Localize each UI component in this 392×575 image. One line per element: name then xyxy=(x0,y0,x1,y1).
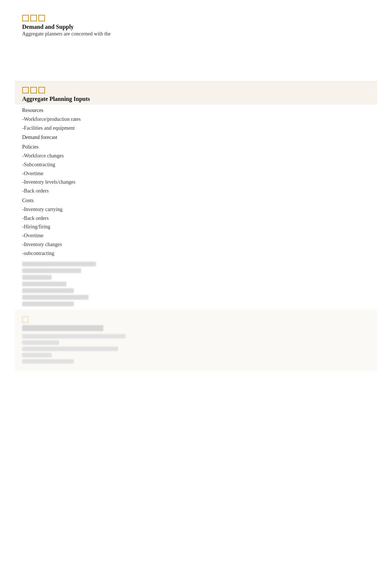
category-policies: Policies xyxy=(22,143,370,152)
top-section: Demand and Supply Aggregate planners are… xyxy=(22,15,370,37)
aggregate-inputs-section: Aggregate Planning Inputs Resources -Wor… xyxy=(22,81,370,371)
blurred-section-2-header xyxy=(15,310,377,371)
icon-square-6 xyxy=(38,87,45,93)
top-section-subtitle: Aggregate planners are concerned with th… xyxy=(22,31,370,37)
icon-square-4 xyxy=(22,87,29,93)
item-inventory-changes: -Inventory changes xyxy=(22,240,370,249)
item-workforce-production: -Workforce/production rates xyxy=(22,115,370,124)
item-inventory-levels: -Inventory levels/changes xyxy=(22,178,370,187)
item-subcontracting: -Subcontracting xyxy=(22,160,370,169)
item-workforce-changes: -Workforce changes xyxy=(22,152,370,160)
item-back-orders-2: -Back orders xyxy=(22,214,370,223)
item-overtime: -Overtime xyxy=(22,169,370,178)
aggregate-icon-bar xyxy=(22,87,370,93)
category-demand-forecast: Demand forecast xyxy=(22,133,370,142)
item-back-orders-1: -Back orders xyxy=(22,187,370,195)
top-icon-bar xyxy=(22,15,370,21)
category-costs: Costs xyxy=(22,196,370,205)
category-resources: Resources xyxy=(22,106,370,115)
item-facilities: -Facilities and equipment xyxy=(22,124,370,133)
item-overtime-2: -Overtime xyxy=(22,231,370,240)
aggregate-inputs-title: Aggregate Planning Inputs xyxy=(22,96,370,102)
blurred-section-1 xyxy=(22,262,370,306)
icon-square-1 xyxy=(22,15,29,21)
top-section-title: Demand and Supply xyxy=(22,24,370,30)
icon-square-5 xyxy=(30,87,37,93)
icon-square-3 xyxy=(38,15,45,21)
item-hiring-firing: -Hiring/firing xyxy=(22,222,370,231)
aggregate-inputs-list: Resources -Workforce/production rates -F… xyxy=(22,106,370,258)
icon-square-2 xyxy=(30,15,37,21)
aggregate-inputs-wrapper: Aggregate Planning Inputs xyxy=(15,81,377,105)
item-subcontracting-2: -subcontracting xyxy=(22,249,370,258)
item-inventory-carrying: -Inventory carrying xyxy=(22,205,370,214)
